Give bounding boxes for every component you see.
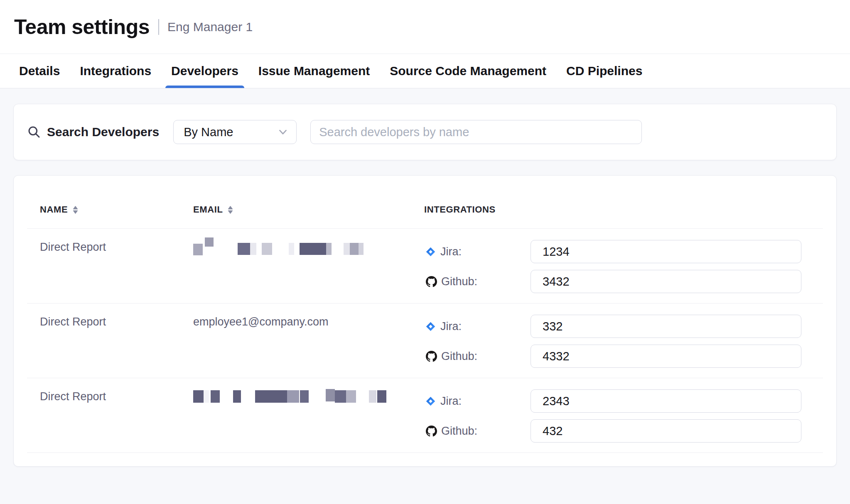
jira-id-input[interactable]	[531, 315, 801, 338]
developers-table-card: NAME EMAIL INTEGRATIONS Direct Report	[13, 175, 837, 467]
column-header-name[interactable]: NAME	[27, 204, 193, 215]
title-divider	[158, 19, 159, 35]
search-icon	[27, 125, 41, 139]
jira-label: Jira:	[440, 245, 462, 258]
tab-issue-management[interactable]: Issue Management	[258, 54, 370, 88]
github-id-input[interactable]	[531, 419, 801, 443]
column-header-name-label: NAME	[40, 204, 68, 215]
github-label: Github:	[441, 350, 477, 363]
sort-icon[interactable]	[73, 206, 78, 214]
tab-source-code-management[interactable]: Source Code Management	[390, 54, 546, 88]
sort-icon[interactable]	[228, 206, 233, 214]
github-label: Github:	[441, 275, 477, 288]
chevron-down-icon	[279, 130, 287, 135]
column-header-integrations: INTEGRATIONS	[424, 204, 823, 215]
main-content: Search Developers By Name NAME EMAIL	[0, 88, 850, 467]
tab-integrations[interactable]: Integrations	[80, 54, 151, 88]
jira-id-input[interactable]	[531, 389, 801, 413]
search-filter-value: By Name	[184, 125, 233, 139]
developer-name: Direct Report	[40, 390, 106, 403]
github-label: Github:	[441, 425, 477, 438]
column-header-email-label: EMAIL	[193, 204, 223, 215]
search-label: Search Developers	[47, 125, 159, 139]
jira-label: Jira:	[440, 320, 462, 333]
page-header: Team settings Eng Manager 1	[0, 0, 850, 54]
redacted-email	[193, 390, 424, 403]
tab-cd-pipelines[interactable]: CD Pipelines	[566, 54, 642, 88]
page-title: Team settings	[14, 15, 150, 39]
developer-email: employee1@company.com	[193, 316, 329, 328]
redacted-email	[193, 241, 424, 253]
developer-name: Direct Report	[40, 241, 106, 253]
tab-developers[interactable]: Developers	[171, 54, 238, 88]
search-card: Search Developers By Name	[13, 104, 837, 160]
jira-icon	[426, 396, 435, 406]
github-id-input[interactable]	[531, 270, 801, 293]
table-row: Direct Report employee1@company.com Jira…	[27, 303, 823, 378]
developer-name: Direct Report	[40, 316, 106, 328]
column-header-integrations-label: INTEGRATIONS	[424, 204, 496, 215]
jira-icon	[426, 247, 435, 257]
table-row: Direct Report Jira:	[27, 229, 823, 303]
github-icon	[426, 351, 437, 362]
github-icon	[426, 276, 437, 287]
tab-details[interactable]: Details	[19, 54, 60, 88]
github-id-input[interactable]	[531, 345, 801, 368]
github-icon	[426, 426, 437, 437]
jira-label: Jira:	[440, 395, 462, 408]
jira-id-input[interactable]	[531, 240, 801, 263]
jira-icon	[426, 322, 435, 331]
column-header-email[interactable]: EMAIL	[193, 204, 424, 215]
table-header-row: NAME EMAIL INTEGRATIONS	[27, 176, 823, 229]
team-name: Eng Manager 1	[167, 20, 253, 34]
table-row: Direct Report Jira:	[27, 378, 823, 453]
search-filter-select[interactable]: By Name	[173, 120, 297, 144]
tab-bar: Details Integrations Developers Issue Ma…	[0, 54, 850, 88]
search-input[interactable]	[310, 120, 642, 144]
